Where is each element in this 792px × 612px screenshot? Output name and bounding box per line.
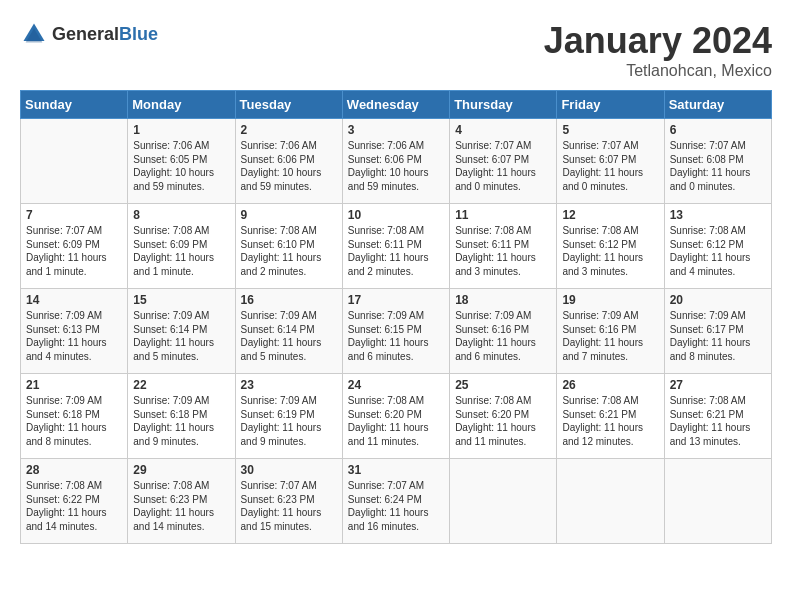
day-number: 3 — [348, 123, 444, 137]
day-number: 4 — [455, 123, 551, 137]
calendar-cell: 28Sunrise: 7:08 AM Sunset: 6:22 PM Dayli… — [21, 459, 128, 544]
calendar-cell: 20Sunrise: 7:09 AM Sunset: 6:17 PM Dayli… — [664, 289, 771, 374]
calendar-cell: 21Sunrise: 7:09 AM Sunset: 6:18 PM Dayli… — [21, 374, 128, 459]
location-title: Tetlanohcan, Mexico — [544, 62, 772, 80]
day-info: Sunrise: 7:08 AM Sunset: 6:10 PM Dayligh… — [241, 224, 337, 278]
day-number: 17 — [348, 293, 444, 307]
header-row: Sunday Monday Tuesday Wednesday Thursday… — [21, 91, 772, 119]
day-number: 6 — [670, 123, 766, 137]
day-number: 1 — [133, 123, 229, 137]
day-number: 7 — [26, 208, 122, 222]
day-info: Sunrise: 7:08 AM Sunset: 6:21 PM Dayligh… — [670, 394, 766, 448]
calendar-cell: 7Sunrise: 7:07 AM Sunset: 6:09 PM Daylig… — [21, 204, 128, 289]
calendar-cell: 30Sunrise: 7:07 AM Sunset: 6:23 PM Dayli… — [235, 459, 342, 544]
day-info: Sunrise: 7:09 AM Sunset: 6:13 PM Dayligh… — [26, 309, 122, 363]
logo-text-blue: Blue — [119, 24, 158, 44]
day-number: 2 — [241, 123, 337, 137]
calendar-body: 1Sunrise: 7:06 AM Sunset: 6:05 PM Daylig… — [21, 119, 772, 544]
day-number: 25 — [455, 378, 551, 392]
calendar-cell: 11Sunrise: 7:08 AM Sunset: 6:11 PM Dayli… — [450, 204, 557, 289]
day-info: Sunrise: 7:08 AM Sunset: 6:09 PM Dayligh… — [133, 224, 229, 278]
calendar-week-row: 1Sunrise: 7:06 AM Sunset: 6:05 PM Daylig… — [21, 119, 772, 204]
day-info: Sunrise: 7:06 AM Sunset: 6:06 PM Dayligh… — [241, 139, 337, 193]
calendar-cell: 17Sunrise: 7:09 AM Sunset: 6:15 PM Dayli… — [342, 289, 449, 374]
day-number: 19 — [562, 293, 658, 307]
calendar-cell: 8Sunrise: 7:08 AM Sunset: 6:09 PM Daylig… — [128, 204, 235, 289]
header-wednesday: Wednesday — [342, 91, 449, 119]
day-number: 18 — [455, 293, 551, 307]
day-number: 5 — [562, 123, 658, 137]
calendar-cell: 19Sunrise: 7:09 AM Sunset: 6:16 PM Dayli… — [557, 289, 664, 374]
calendar-week-row: 14Sunrise: 7:09 AM Sunset: 6:13 PM Dayli… — [21, 289, 772, 374]
day-info: Sunrise: 7:07 AM Sunset: 6:08 PM Dayligh… — [670, 139, 766, 193]
calendar-cell: 1Sunrise: 7:06 AM Sunset: 6:05 PM Daylig… — [128, 119, 235, 204]
day-info: Sunrise: 7:07 AM Sunset: 6:09 PM Dayligh… — [26, 224, 122, 278]
day-number: 28 — [26, 463, 122, 477]
day-number: 26 — [562, 378, 658, 392]
day-number: 14 — [26, 293, 122, 307]
day-number: 31 — [348, 463, 444, 477]
header-friday: Friday — [557, 91, 664, 119]
logo-text-general: General — [52, 24, 119, 44]
calendar-cell: 4Sunrise: 7:07 AM Sunset: 6:07 PM Daylig… — [450, 119, 557, 204]
calendar-cell: 13Sunrise: 7:08 AM Sunset: 6:12 PM Dayli… — [664, 204, 771, 289]
calendar-cell: 10Sunrise: 7:08 AM Sunset: 6:11 PM Dayli… — [342, 204, 449, 289]
day-info: Sunrise: 7:06 AM Sunset: 6:06 PM Dayligh… — [348, 139, 444, 193]
title-area: January 2024 Tetlanohcan, Mexico — [544, 20, 772, 80]
day-info: Sunrise: 7:09 AM Sunset: 6:17 PM Dayligh… — [670, 309, 766, 363]
calendar-cell: 16Sunrise: 7:09 AM Sunset: 6:14 PM Dayli… — [235, 289, 342, 374]
day-info: Sunrise: 7:07 AM Sunset: 6:07 PM Dayligh… — [455, 139, 551, 193]
day-number: 30 — [241, 463, 337, 477]
day-info: Sunrise: 7:09 AM Sunset: 6:14 PM Dayligh… — [133, 309, 229, 363]
calendar-cell — [664, 459, 771, 544]
header-saturday: Saturday — [664, 91, 771, 119]
calendar-week-row: 7Sunrise: 7:07 AM Sunset: 6:09 PM Daylig… — [21, 204, 772, 289]
day-number: 10 — [348, 208, 444, 222]
calendar-cell: 31Sunrise: 7:07 AM Sunset: 6:24 PM Dayli… — [342, 459, 449, 544]
calendar-cell: 18Sunrise: 7:09 AM Sunset: 6:16 PM Dayli… — [450, 289, 557, 374]
day-number: 16 — [241, 293, 337, 307]
day-number: 8 — [133, 208, 229, 222]
day-number: 20 — [670, 293, 766, 307]
day-info: Sunrise: 7:09 AM Sunset: 6:16 PM Dayligh… — [562, 309, 658, 363]
calendar-cell: 5Sunrise: 7:07 AM Sunset: 6:07 PM Daylig… — [557, 119, 664, 204]
day-info: Sunrise: 7:06 AM Sunset: 6:05 PM Dayligh… — [133, 139, 229, 193]
calendar-cell: 12Sunrise: 7:08 AM Sunset: 6:12 PM Dayli… — [557, 204, 664, 289]
day-number: 23 — [241, 378, 337, 392]
calendar-cell — [557, 459, 664, 544]
day-info: Sunrise: 7:09 AM Sunset: 6:16 PM Dayligh… — [455, 309, 551, 363]
day-number: 29 — [133, 463, 229, 477]
calendar-cell: 22Sunrise: 7:09 AM Sunset: 6:18 PM Dayli… — [128, 374, 235, 459]
logo-icon — [20, 20, 48, 48]
day-number: 27 — [670, 378, 766, 392]
calendar-cell: 23Sunrise: 7:09 AM Sunset: 6:19 PM Dayli… — [235, 374, 342, 459]
day-number: 21 — [26, 378, 122, 392]
calendar-cell: 9Sunrise: 7:08 AM Sunset: 6:10 PM Daylig… — [235, 204, 342, 289]
day-number: 22 — [133, 378, 229, 392]
calendar-cell: 14Sunrise: 7:09 AM Sunset: 6:13 PM Dayli… — [21, 289, 128, 374]
day-number: 9 — [241, 208, 337, 222]
day-info: Sunrise: 7:07 AM Sunset: 6:23 PM Dayligh… — [241, 479, 337, 533]
day-info: Sunrise: 7:09 AM Sunset: 6:18 PM Dayligh… — [26, 394, 122, 448]
day-info: Sunrise: 7:09 AM Sunset: 6:15 PM Dayligh… — [348, 309, 444, 363]
day-info: Sunrise: 7:08 AM Sunset: 6:20 PM Dayligh… — [455, 394, 551, 448]
calendar-cell: 29Sunrise: 7:08 AM Sunset: 6:23 PM Dayli… — [128, 459, 235, 544]
day-info: Sunrise: 7:08 AM Sunset: 6:12 PM Dayligh… — [562, 224, 658, 278]
day-info: Sunrise: 7:07 AM Sunset: 6:24 PM Dayligh… — [348, 479, 444, 533]
header-tuesday: Tuesday — [235, 91, 342, 119]
calendar-week-row: 28Sunrise: 7:08 AM Sunset: 6:22 PM Dayli… — [21, 459, 772, 544]
day-info: Sunrise: 7:08 AM Sunset: 6:23 PM Dayligh… — [133, 479, 229, 533]
calendar-cell — [21, 119, 128, 204]
day-info: Sunrise: 7:09 AM Sunset: 6:19 PM Dayligh… — [241, 394, 337, 448]
calendar-week-row: 21Sunrise: 7:09 AM Sunset: 6:18 PM Dayli… — [21, 374, 772, 459]
day-info: Sunrise: 7:09 AM Sunset: 6:18 PM Dayligh… — [133, 394, 229, 448]
header-sunday: Sunday — [21, 91, 128, 119]
header-monday: Monday — [128, 91, 235, 119]
day-info: Sunrise: 7:08 AM Sunset: 6:12 PM Dayligh… — [670, 224, 766, 278]
day-info: Sunrise: 7:08 AM Sunset: 6:22 PM Dayligh… — [26, 479, 122, 533]
day-info: Sunrise: 7:07 AM Sunset: 6:07 PM Dayligh… — [562, 139, 658, 193]
calendar-cell: 25Sunrise: 7:08 AM Sunset: 6:20 PM Dayli… — [450, 374, 557, 459]
day-info: Sunrise: 7:09 AM Sunset: 6:14 PM Dayligh… — [241, 309, 337, 363]
day-info: Sunrise: 7:08 AM Sunset: 6:21 PM Dayligh… — [562, 394, 658, 448]
month-title: January 2024 — [544, 20, 772, 62]
